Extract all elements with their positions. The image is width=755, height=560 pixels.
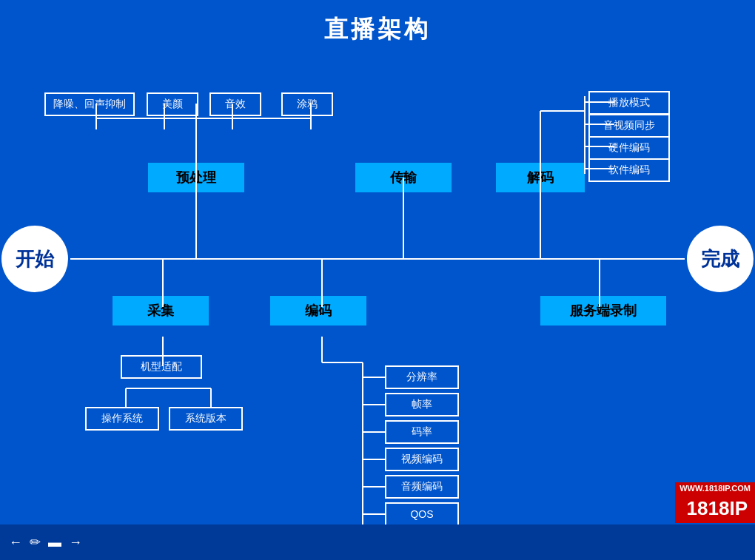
diagram-area: 开始 完成 降噪、回声抑制 美颜 音效 涂鸦 预处理 传输 解码 播放模式 音视…: [0, 44, 755, 533]
nav-back-icon[interactable]: ←: [9, 535, 22, 550]
diagram-lines: [0, 44, 755, 533]
nav-forward-icon[interactable]: →: [69, 535, 82, 550]
page-title: 直播架构: [0, 0, 755, 46]
watermark: WWW.1818IP.COM 1818IP: [675, 482, 755, 523]
watermark-url: WWW.1818IP.COM: [675, 482, 755, 494]
menu-icon[interactable]: ▬: [48, 535, 61, 550]
start-node: 开始: [1, 226, 68, 292]
end-node: 完成: [687, 226, 754, 292]
edit-icon[interactable]: ✏: [30, 534, 41, 550]
watermark-brand: 1818IP: [675, 494, 755, 523]
bottom-bar: ← ✏ ▬ →: [0, 524, 755, 560]
